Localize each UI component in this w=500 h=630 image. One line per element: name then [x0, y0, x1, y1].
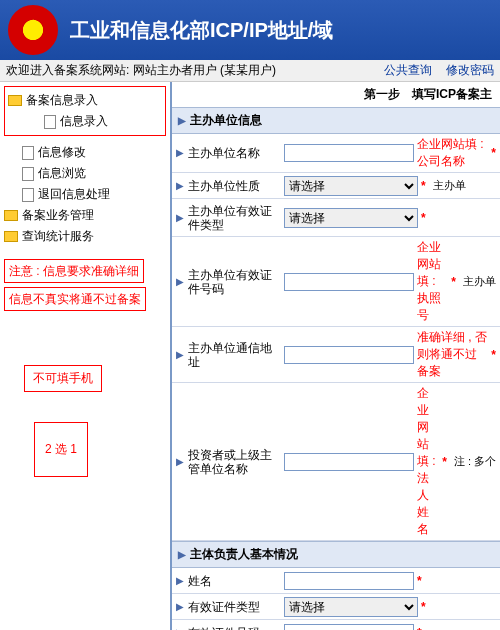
hint-investor: 企业网站填 : 法人姓名 [417, 385, 439, 538]
public-search-link[interactable]: 公共查询 [384, 62, 432, 79]
annotation-pick-one: 2 选 1 [34, 422, 88, 477]
step-indicator: 第一步 填写ICP备案主 [172, 82, 500, 107]
sidebar-item-returned[interactable]: 退回信息处理 [4, 184, 166, 205]
folder-icon [4, 210, 18, 221]
org-nature-select[interactable]: 请选择 [284, 176, 418, 196]
annotation-no-mobile: 不可填手机 [24, 365, 102, 392]
hint-address: 准确详细 , 否则将通不过备案 [417, 329, 488, 380]
section-header-org: ▶ 主办单位信息 [172, 107, 500, 134]
section-header-person: ▶ 主体负责人基本情况 [172, 541, 500, 568]
chevron-right-icon: ▶ [178, 549, 186, 560]
doc-icon [44, 115, 56, 129]
doc-icon [22, 167, 34, 181]
hint-org-name: 企业网站填 : 公司名称 [417, 136, 488, 170]
person-name-input[interactable] [284, 572, 414, 590]
chevron-right-icon: ▶ [178, 115, 186, 126]
hint-cert-no: 企业网站填 : 执照号 [417, 239, 448, 324]
national-emblem-icon [8, 5, 58, 55]
doc-icon [22, 188, 34, 202]
sidebar-item-business[interactable]: 备案业务管理 [4, 205, 166, 226]
content-area: 第一步 填写ICP备案主 ▶ 主办单位信息 ▶主办单位名称 企业网站填 : 公司… [172, 82, 500, 630]
doc-icon [22, 146, 34, 160]
site-title: 工业和信息化部ICP/IP地址/域 [70, 17, 333, 44]
sidebar-item-stats[interactable]: 查询统计服务 [4, 226, 166, 247]
sidebar-item-modify[interactable]: 信息修改 [4, 142, 166, 163]
person-cert-type-select[interactable]: 请选择 [284, 597, 418, 617]
person-cert-no-input[interactable] [284, 624, 414, 631]
user-bar: 欢迎进入备案系统网站: 网站主办者用户 (某某用户) 公共查询 修改密码 [0, 60, 500, 82]
warning-truthful: 信息不真实将通不过备案 [4, 287, 146, 311]
warning-accurate: 注意 : 信息要求准确详细 [4, 259, 144, 283]
org-name-input[interactable] [284, 144, 414, 162]
folder-icon [4, 231, 18, 242]
org-address-input[interactable] [284, 346, 414, 364]
change-password-link[interactable]: 修改密码 [446, 62, 494, 79]
org-cert-type-select[interactable]: 请选择 [284, 208, 418, 228]
sidebar-item-record-entry[interactable]: 备案信息录入 [8, 90, 162, 111]
folder-icon [8, 95, 22, 106]
sidebar-item-info-entry[interactable]: 信息录入 [8, 111, 162, 132]
sidebar-item-browse[interactable]: 信息浏览 [4, 163, 166, 184]
welcome-text: 欢迎进入备案系统网站: 网站主办者用户 (某某用户) [6, 62, 276, 79]
org-cert-no-input[interactable] [284, 273, 414, 291]
investor-name-input[interactable] [284, 453, 414, 471]
sidebar: 备案信息录入 信息录入 信息修改 信息浏览 退回信息处理 备案业务管理 查询统计… [0, 82, 172, 630]
